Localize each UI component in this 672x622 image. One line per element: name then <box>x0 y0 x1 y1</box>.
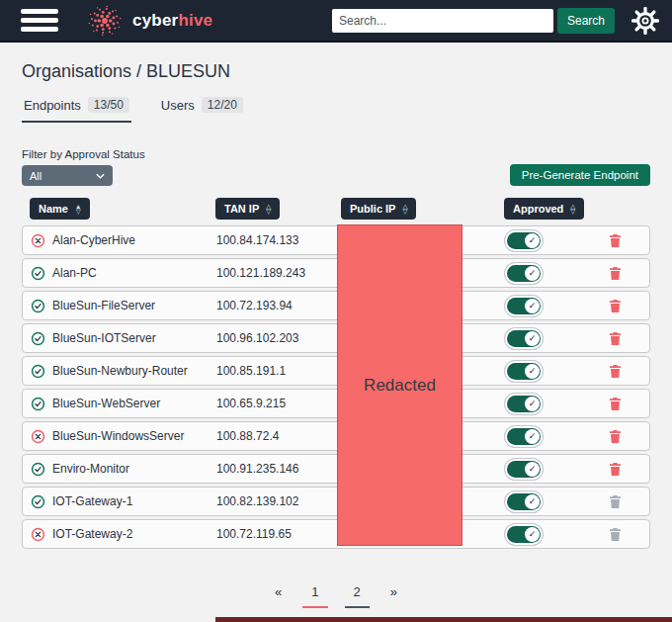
delete-trash-icon <box>609 527 622 542</box>
approved-status-icon <box>31 331 45 346</box>
delete-endpoint-button <box>609 494 622 509</box>
approved-cell: ✓ <box>505 493 649 510</box>
denied-status-icon <box>31 429 45 444</box>
table-row: BlueSun-FileServer100.72.193.94✓ <box>22 291 650 320</box>
approval-filter-select[interactable]: All <box>22 165 113 186</box>
menu-button[interactable] <box>21 9 58 32</box>
pagination: «12» <box>22 584 650 608</box>
endpoint-name: Alan-CyberHive <box>52 233 135 247</box>
column-label: Public IP <box>350 203 395 215</box>
column-sort-public-ip[interactable]: Public IP△▽ <box>341 198 416 220</box>
table-row: Alan-PC100.121.189.243✓ <box>22 258 650 288</box>
delete-endpoint-button[interactable] <box>609 397 622 411</box>
tab-users[interactable]: Users12/20 <box>159 97 245 123</box>
hive-logo-icon <box>84 2 126 40</box>
delete-endpoint-button[interactable] <box>609 429 622 444</box>
delete-endpoint-button[interactable] <box>609 462 622 477</box>
tan-ip-value: 100.84.174.133 <box>216 233 342 247</box>
delete-endpoint-button[interactable] <box>609 266 622 281</box>
tan-ip-value: 100.91.235.146 <box>216 462 342 476</box>
delete-trash-icon <box>609 462 622 477</box>
toggle-check-icon: ✓ <box>525 299 540 313</box>
approved-toggle[interactable]: ✓ <box>507 265 541 282</box>
tan-ip-value: 100.72.119.65 <box>216 527 342 541</box>
table-row: IOT-Gateway-1100.82.139.102✓ <box>22 487 650 516</box>
settings-gear-icon[interactable] <box>631 7 659 35</box>
delete-endpoint-button[interactable] <box>609 233 622 248</box>
pagination-page-2[interactable]: 2 <box>345 584 370 608</box>
endpoint-name-cell: Alan-CyberHive <box>31 233 216 248</box>
column-sort-tan-ip[interactable]: TAN IP△▽ <box>215 198 280 220</box>
column-sort-approved[interactable]: Approved△▽ <box>504 198 584 220</box>
approved-toggle[interactable]: ✓ <box>507 330 541 347</box>
table-row: BlueSun-Newbury-Router100.85.191.1✓ <box>22 356 650 386</box>
approved-toggle[interactable]: ✓ <box>507 396 541 412</box>
delete-trash-icon <box>609 397 622 411</box>
endpoint-name: IOT-Gateway-2 <box>52 527 132 541</box>
delete-endpoint-button[interactable] <box>609 331 622 346</box>
endpoint-name-cell: IOT-Gateway-1 <box>31 494 216 509</box>
delete-trash-icon <box>609 233 622 248</box>
toggle-check-icon: ✓ <box>525 397 540 411</box>
approved-cell: ✓ <box>505 428 649 445</box>
brand-logo[interactable]: cyberhive <box>84 2 212 40</box>
approved-toggle[interactable]: ✓ <box>507 232 541 249</box>
approved-status-icon <box>31 462 45 477</box>
endpoint-name: BlueSun-IOTServer <box>52 331 156 345</box>
denied-status-icon <box>31 233 45 248</box>
approved-toggle[interactable]: ✓ <box>507 461 541 478</box>
pagination-page-1[interactable]: 1 <box>302 584 327 608</box>
approved-toggle[interactable]: ✓ <box>507 298 541 314</box>
approved-toggle[interactable]: ✓ <box>507 428 541 445</box>
search-input[interactable] <box>332 9 553 33</box>
tan-ip-value: 100.82.139.102 <box>216 494 342 508</box>
endpoint-name: BlueSun-WindowsServer <box>52 429 184 443</box>
endpoint-name-cell: Alan-PC <box>31 266 216 281</box>
tan-ip-value: 100.96.102.203 <box>216 331 342 345</box>
approved-status-icon <box>31 266 45 281</box>
pre-generate-endpoint-button[interactable]: Pre-Generate Endpoint <box>510 164 650 186</box>
pagination-next[interactable]: » <box>386 584 401 606</box>
endpoint-name-cell: BlueSun-IOTServer <box>31 331 216 346</box>
toggle-check-icon: ✓ <box>525 331 540 346</box>
endpoint-name-cell: BlueSun-FileServer <box>31 299 216 313</box>
tan-ip-value: 100.65.9.215 <box>216 397 342 410</box>
main-content: Organisations / BLUESUN Endpoints13/50Us… <box>0 61 672 608</box>
table-header: Name▲▽TAN IP△▽Public IP△▽Approved△▽ <box>22 198 650 220</box>
brand-name: cyberhive <box>132 11 212 31</box>
endpoint-name: BlueSun-WebServer <box>52 397 160 410</box>
pagination-prev[interactable]: « <box>271 584 286 606</box>
tab-count-badge: 12/20 <box>202 97 243 113</box>
approved-cell: ✓ <box>505 363 649 380</box>
approved-cell: ✓ <box>505 330 649 347</box>
page-title: Organisations / BLUESUN <box>22 61 650 82</box>
tan-ip-value: 100.121.189.243 <box>216 266 342 280</box>
chevron-down-icon <box>96 173 105 179</box>
approved-status-icon <box>31 299 45 313</box>
approved-cell: ✓ <box>505 526 649 543</box>
approved-toggle[interactable]: ✓ <box>507 526 541 543</box>
sort-arrows-icon: ▲▽ <box>75 204 81 215</box>
delete-trash-icon <box>609 266 622 281</box>
toggle-check-icon: ✓ <box>525 494 540 509</box>
approved-cell: ✓ <box>505 461 649 478</box>
table-body: Alan-CyberHive100.84.174.133✓Alan-PC100.… <box>22 225 650 549</box>
delete-endpoint-button[interactable] <box>609 299 622 313</box>
endpoint-name: Enviro-Monitor <box>52 462 129 476</box>
column-sort-name[interactable]: Name▲▽ <box>30 198 90 220</box>
toggle-check-icon: ✓ <box>525 429 540 444</box>
search-button[interactable]: Search <box>557 8 615 34</box>
tan-ip-value: 100.72.193.94 <box>216 299 342 312</box>
delete-trash-icon <box>609 429 622 444</box>
toggle-check-icon: ✓ <box>525 527 540 542</box>
delete-endpoint-button[interactable] <box>609 364 622 379</box>
toggle-check-icon: ✓ <box>525 462 540 477</box>
footer-bar <box>215 617 672 622</box>
tab-endpoints[interactable]: Endpoints13/50 <box>22 97 131 123</box>
approved-toggle[interactable]: ✓ <box>507 363 541 380</box>
endpoint-name: Alan-PC <box>52 266 97 280</box>
tan-ip-value: 100.88.72.4 <box>216 429 342 443</box>
approved-toggle[interactable]: ✓ <box>507 493 541 510</box>
table-row: BlueSun-IOTServer100.96.102.203✓ <box>22 323 650 353</box>
filter-section: Filter by Approval Status All Pre-Genera… <box>22 148 650 186</box>
